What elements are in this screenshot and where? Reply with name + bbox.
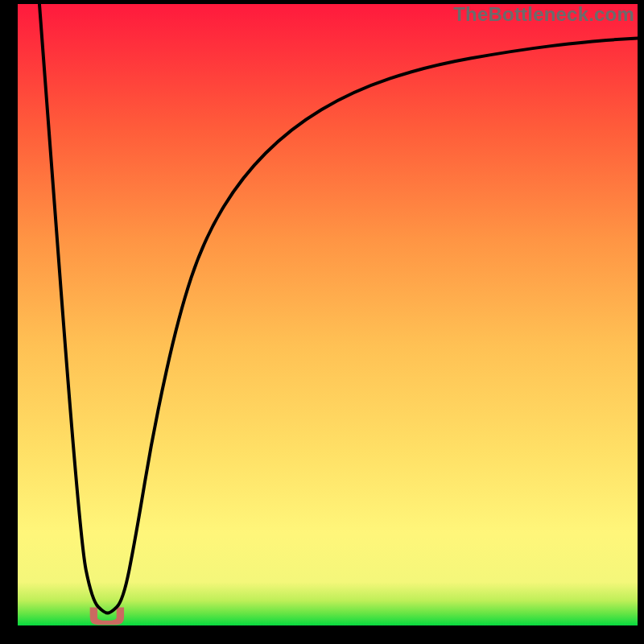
plot-area	[18, 4, 638, 625]
chart-svg	[18, 4, 638, 625]
gradient-background	[18, 4, 638, 625]
watermark-text: TheBottleneck.com	[453, 3, 634, 26]
chart-frame: TheBottleneck.com	[0, 0, 644, 644]
